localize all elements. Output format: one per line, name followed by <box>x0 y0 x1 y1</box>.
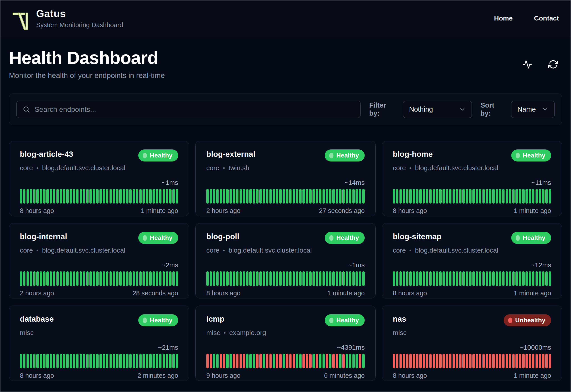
uptime-bar <box>103 189 105 204</box>
uptime-bar <box>210 354 212 368</box>
uptime-bar <box>220 354 222 368</box>
uptime-bar <box>172 354 175 368</box>
uptime-bar <box>449 271 452 286</box>
uptime-bar <box>512 189 515 204</box>
uptime-bar <box>329 271 331 286</box>
uptime-bar <box>60 189 62 204</box>
endpoint-group: misc <box>393 329 407 336</box>
uptime-bar <box>542 354 544 368</box>
endpoint-card[interactable]: blog-article-43 Healthy core • blog.defa… <box>9 141 189 216</box>
uptime-bar <box>332 354 335 368</box>
uptime-bar <box>456 354 458 368</box>
uptime-bar <box>53 189 56 204</box>
uptime-bar <box>263 189 265 204</box>
time-newest: 1 minute ago <box>514 207 551 214</box>
endpoint-card[interactable]: blog-sitemap Healthy core • blog.default… <box>382 223 562 298</box>
uptime-bar <box>299 189 302 204</box>
sort-select[interactable]: Name <box>511 101 555 118</box>
time-newest: 2 minutes ago <box>138 372 178 379</box>
search-input[interactable] <box>35 105 354 113</box>
uptime-bar <box>152 189 155 204</box>
gatus-logo <box>12 10 30 31</box>
uptime-bar <box>63 189 65 204</box>
uptime-bar <box>286 354 288 368</box>
endpoint-card[interactable]: blog-external Healthy core • twin.sh ~14… <box>195 141 376 216</box>
endpoint-card[interactable]: database Healthy misc ~21ms 8 hours ago … <box>9 306 189 381</box>
uptime-bar <box>169 354 172 368</box>
endpoint-card[interactable]: blog-home Healthy core • blog.default.sv… <box>382 141 562 216</box>
refresh-icon[interactable] <box>548 59 558 69</box>
filter-by-label: Filter by: <box>369 101 397 117</box>
latency-label: ~1ms <box>206 261 365 269</box>
card-header: blog-sitemap Healthy <box>393 232 551 244</box>
uptime-bar <box>266 189 269 204</box>
uptime-bar <box>336 271 338 286</box>
uptime-bar <box>313 271 315 286</box>
uptime-bar <box>226 271 229 286</box>
uptime-bar <box>169 271 172 286</box>
uptime-bar <box>459 271 462 286</box>
endpoint-name: blog-sitemap <box>393 232 441 241</box>
hero-actions <box>522 59 562 69</box>
uptime-bar <box>352 271 355 286</box>
time-newest: 1 minute ago <box>327 290 365 297</box>
uptime-bar <box>259 271 262 286</box>
activity-icon[interactable] <box>522 59 532 69</box>
uptime-bar <box>93 189 95 204</box>
uptime-bar <box>439 189 442 204</box>
endpoint-card[interactable]: nas Unhealthy misc ~10000ms 8 hours ago … <box>382 306 562 381</box>
uptime-bar <box>43 189 45 204</box>
nav-link-home[interactable]: Home <box>494 14 512 22</box>
card-header: blog-home Healthy <box>393 150 551 161</box>
uptime-bar <box>489 189 491 204</box>
uptime-bar <box>143 354 145 368</box>
endpoint-card[interactable]: blog-poll Healthy core • blog.default.sv… <box>195 223 376 298</box>
uptime-bar <box>472 189 475 204</box>
uptime-bar <box>499 271 501 286</box>
uptime-bar <box>515 189 518 204</box>
uptime-bar <box>359 354 361 368</box>
time-oldest: 8 hours ago <box>206 290 240 297</box>
separator-dot: • <box>409 165 411 171</box>
endpoint-card[interactable]: blog-internal Healthy core • blog.defaul… <box>9 223 189 298</box>
uptime-bar <box>63 271 65 286</box>
uptime-bar <box>309 354 312 368</box>
uptime-bar <box>545 189 548 204</box>
uptime-bar <box>439 271 442 286</box>
status-dot-icon <box>143 318 147 323</box>
uptime-bar <box>36 354 39 368</box>
uptime-bar <box>342 354 345 368</box>
top-nav: Home Contact <box>494 14 559 22</box>
uptime-bar <box>489 271 491 286</box>
uptime-bar <box>83 354 85 368</box>
uptime-bar <box>66 354 69 368</box>
status-label: Healthy <box>523 234 545 241</box>
uptime-bar <box>259 354 262 368</box>
uptime-bar <box>270 189 272 204</box>
uptime-bar <box>119 271 122 286</box>
uptime-bar <box>206 271 209 286</box>
uptime-bar <box>309 271 312 286</box>
uptime-bar <box>116 189 119 204</box>
uptime-bar <box>323 271 325 286</box>
uptime-bar <box>452 271 455 286</box>
uptime-bar <box>123 271 125 286</box>
endpoint-card[interactable]: icmp Healthy misc • example.org ~4391ms … <box>195 306 376 381</box>
uptime-bar <box>166 189 168 204</box>
uptime-bar <box>159 271 162 286</box>
uptime-bar <box>93 354 95 368</box>
filter-select[interactable]: Nothing <box>403 101 472 118</box>
filter-select-value: Nothing <box>409 105 433 113</box>
uptime-bar <box>506 354 508 368</box>
uptime-bar <box>346 354 348 368</box>
uptime-bar <box>346 271 348 286</box>
nav-link-contact[interactable]: Contact <box>534 14 559 22</box>
uptime-bar <box>266 354 269 368</box>
uptime-bar <box>482 271 485 286</box>
uptime-bar <box>456 189 458 204</box>
uptime-bar <box>313 354 315 368</box>
uptime-bar <box>129 271 132 286</box>
uptime-bar <box>113 271 115 286</box>
uptime-bar <box>216 354 219 368</box>
uptime-bar <box>123 354 125 368</box>
